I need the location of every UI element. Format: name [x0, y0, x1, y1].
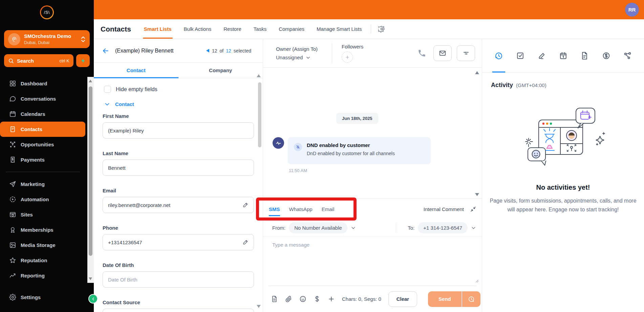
sidebar-item-dashboard[interactable]: Dashboard: [0, 76, 87, 91]
sidebar-item-contacts[interactable]: Contacts: [0, 122, 85, 137]
sidebar-item-label: Sites: [21, 212, 33, 217]
search-input[interactable]: Search ctrl K: [4, 54, 73, 67]
tab-activity-history-icon[interactable]: [494, 39, 503, 72]
smart-list-settings-gear-icon[interactable]: [378, 25, 385, 33]
phone-input[interactable]: [103, 234, 254, 250]
activity-panel: Activity (GMT+04:00): [482, 39, 644, 312]
tab-bulk-actions[interactable]: Bulk Actions: [184, 19, 212, 39]
call-icon[interactable]: [417, 49, 426, 58]
tab-documents-icon[interactable]: [580, 39, 589, 72]
tab-companies[interactable]: Companies: [279, 19, 304, 39]
first-name-input[interactable]: [103, 122, 254, 139]
back-arrow-icon[interactable]: [102, 47, 109, 55]
owner-value: Unassigned: [276, 55, 303, 60]
sidebar-item-conversations[interactable]: Conversations: [0, 91, 87, 106]
sidebar-item-calendars[interactable]: Calendars: [0, 106, 87, 122]
tab-smart-lists[interactable]: Smart Lists: [144, 19, 172, 39]
last-name-input[interactable]: [103, 160, 254, 176]
hide-empty-fields-row: Hide empty fields: [104, 86, 254, 93]
tab-associations-icon[interactable]: [623, 39, 632, 72]
sidebar-item-settings[interactable]: Settings: [0, 290, 87, 305]
tab-company[interactable]: Company: [178, 63, 263, 78]
contact-section-label: Contact: [115, 101, 134, 107]
tab-whatsapp[interactable]: WhatsApp: [289, 205, 313, 214]
char-segment-counter: Chars: 0, Segs: 0: [342, 296, 381, 302]
hide-empty-fields-label: Hide empty fields: [116, 86, 157, 92]
chevron-down-icon[interactable]: [351, 225, 356, 230]
templates-icon[interactable]: [271, 295, 278, 303]
envelope-icon: [439, 49, 446, 57]
field-phone: Phone: [103, 225, 254, 250]
tab-manage-smart-lists[interactable]: Manage Smart Lists: [317, 19, 362, 39]
add-more-icon[interactable]: [328, 295, 335, 303]
system-activity-avatar: [273, 137, 284, 149]
collapse-sidebar-button[interactable]: [88, 294, 98, 304]
email-input[interactable]: [103, 197, 254, 213]
user-avatar[interactable]: RR: [625, 3, 639, 17]
sidebar-item-marketing[interactable]: Marketing: [0, 176, 87, 192]
tab-tasks[interactable]: Tasks: [254, 19, 266, 39]
sidebar-item-label: Opportunities: [21, 142, 54, 147]
hide-empty-fields-checkbox[interactable]: [104, 86, 111, 93]
collapse-composer-icon[interactable]: [470, 206, 476, 212]
email-action-button[interactable]: [433, 45, 452, 61]
message-textarea[interactable]: Type a message: [263, 236, 482, 286]
schedule-send-button[interactable]: [462, 291, 480, 307]
emoji-icon[interactable]: [299, 295, 306, 303]
sidebar-item-media-storage[interactable]: Media Storage: [0, 237, 87, 253]
brand-logo-glyph: /S\: [41, 6, 53, 18]
scrollbar-thumb[interactable]: [89, 86, 92, 256]
edit-pencil-icon[interactable]: [242, 202, 249, 208]
quick-actions-button[interactable]: [76, 54, 90, 67]
schedule-clock-icon: [468, 296, 475, 303]
tab-sms[interactable]: SMS: [269, 205, 280, 214]
sidebar-item-opportunities[interactable]: Opportunities: [0, 137, 87, 152]
sidebar-item-automation[interactable]: Automation: [0, 192, 87, 207]
chevron-down-icon[interactable]: [471, 225, 476, 230]
sidebar-item-memberships[interactable]: Memberships: [0, 222, 87, 237]
tab-notes-icon[interactable]: [538, 39, 546, 72]
date-of-birth-input[interactable]: [103, 271, 254, 288]
tab-appointments-icon[interactable]: [559, 39, 567, 72]
to-number-dropdown[interactable]: +1 314-123-6547: [418, 222, 468, 233]
pagination-total[interactable]: 12: [226, 48, 231, 54]
conversation-panel: Owner (Assign To) Unassigned Followers: [263, 39, 482, 312]
contact-section-toggle[interactable]: Contact: [104, 101, 254, 107]
from-number-dropdown[interactable]: No Number Available: [289, 222, 347, 233]
filter-button[interactable]: [457, 45, 475, 61]
sidebar-nav: Dashboard Conversations Calendars Contac…: [0, 76, 87, 283]
tab-contact[interactable]: Contact: [94, 63, 178, 78]
request-payment-icon[interactable]: [314, 295, 321, 303]
attachment-icon[interactable]: [285, 295, 292, 303]
scroll-up-arrow[interactable]: [89, 80, 92, 82]
header-divider: [371, 24, 371, 34]
scroll-down-arrow[interactable]: [89, 277, 92, 280]
tab-tasks-icon[interactable]: [516, 39, 524, 72]
send-button[interactable]: Send: [428, 291, 461, 307]
internal-comment-toggle[interactable]: Internal Comment: [424, 206, 464, 212]
scroll-down-arrow[interactable]: [257, 305, 261, 308]
scroll-up-arrow[interactable]: [257, 74, 261, 77]
contact-name: (Example) Riley Bennett: [115, 48, 174, 54]
resize-handle-icon[interactable]: [474, 278, 479, 283]
owner-dropdown[interactable]: Unassigned: [276, 55, 318, 60]
edit-pencil-icon[interactable]: [242, 239, 249, 245]
scroll-down-arrow[interactable]: [475, 193, 479, 196]
add-follower-button[interactable]: [342, 51, 353, 63]
sidebar-item-reporting[interactable]: Reporting: [0, 268, 87, 283]
sidebar-item-sites[interactable]: Sites: [0, 207, 87, 222]
location-switcher[interactable]: SMOrchestra Demo Dubai, Dubai: [4, 30, 90, 48]
sidebar-item-reputation[interactable]: Reputation: [0, 253, 87, 268]
tab-payments-icon[interactable]: [602, 39, 610, 72]
sidebar-item-label: Settings: [21, 294, 41, 300]
prev-contact-icon[interactable]: [206, 48, 210, 53]
sidebar-item-payments[interactable]: Payments: [0, 152, 87, 167]
scroll-up-arrow[interactable]: [475, 71, 479, 74]
location-switcher-text: SMOrchestra Demo Dubai, Dubai: [24, 33, 71, 45]
tab-restore[interactable]: Restore: [223, 19, 241, 39]
clear-button[interactable]: Clear: [388, 291, 417, 307]
scrollbar-thumb[interactable]: [258, 82, 261, 147]
send-button-group: Send: [428, 291, 480, 307]
tab-email[interactable]: Email: [322, 205, 335, 214]
contact-source-input[interactable]: [103, 309, 254, 312]
